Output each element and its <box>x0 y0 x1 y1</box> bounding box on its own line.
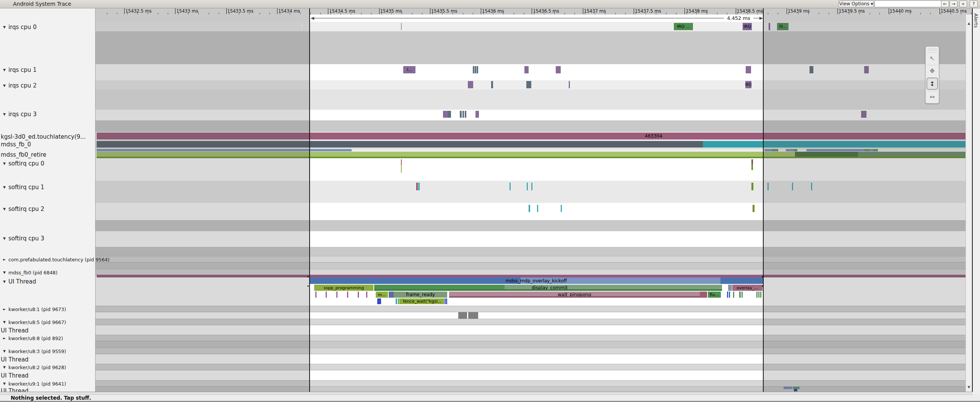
trace-event[interactable] <box>366 292 367 298</box>
trace-event[interactable] <box>509 183 511 190</box>
trace-event[interactable] <box>398 298 399 304</box>
trace-event[interactable] <box>396 298 397 304</box>
trace-event[interactable] <box>529 205 530 212</box>
trace-event[interactable] <box>753 205 754 212</box>
sidebar-item-com-prefabulated-touchlatency-pid-9564-[interactable]: ►com.prefabulated.touchlatency (pid 9564… <box>3 257 110 263</box>
trace-event[interactable] <box>401 23 402 30</box>
trace-event[interactable] <box>377 298 381 304</box>
trace-event[interactable] <box>468 81 473 88</box>
trace-event[interactable] <box>446 298 447 304</box>
sidebar-item-kworker-u8-8-pid-892-[interactable]: ►kworker/u8:8 (pid 892) <box>3 336 63 341</box>
trace-event[interactable] <box>462 111 464 118</box>
expanded-arrow-icon[interactable]: ▼ <box>3 320 6 324</box>
sidebar-item-kworker-u8-1-pid-9673-[interactable]: ►kworker/u8:1 (pid 9673) <box>3 306 66 312</box>
trace-event[interactable] <box>458 312 467 319</box>
trace-event[interactable] <box>751 164 753 170</box>
selection-start-line[interactable] <box>309 8 310 393</box>
trace-slice-overlay-[interactable]: overlay_... <box>732 285 763 291</box>
trace-slice-mdss-mdp-overlay-kickoff[interactable]: mdss_mdp_overlay_kickoff <box>310 277 763 284</box>
trace-slice-m-[interactable]: m... <box>376 292 388 298</box>
trace-event[interactable] <box>475 111 479 118</box>
trace-event[interactable] <box>760 292 761 298</box>
expanded-arrow-icon[interactable]: ▼ <box>3 237 6 240</box>
trace-event[interactable] <box>401 159 402 165</box>
sidebar-item-irqs-cpu-0[interactable]: ▼irqs cpu 0 <box>3 24 37 31</box>
collapsed-arrow-icon[interactable]: ► <box>3 307 6 311</box>
trace-event[interactable] <box>527 183 528 190</box>
trace-event[interactable] <box>569 81 570 88</box>
trace-event[interactable] <box>416 183 418 190</box>
expanded-arrow-icon[interactable]: ▼ <box>3 68 6 72</box>
trace-event[interactable] <box>491 81 493 88</box>
sidebar-item-irqs-cpu-3[interactable]: ▼irqs cpu 3 <box>3 111 37 118</box>
expanded-arrow-icon[interactable]: ▼ <box>3 162 6 165</box>
trace-event[interactable] <box>358 292 359 298</box>
expanded-arrow-icon[interactable]: ▼ <box>3 207 6 211</box>
trace-event[interactable] <box>729 292 730 298</box>
sidebar-item-softirq-cpu-2[interactable]: ▼softirq cpu 2 <box>3 206 44 212</box>
trace-slice-frame-ready[interactable]: frame_ready <box>394 292 447 298</box>
sidebar-item-mdss-fb-0[interactable]: mdss_fb_0 <box>1 141 31 148</box>
trace-event[interactable] <box>445 298 446 304</box>
vertical-scrollbar[interactable]: ▲ ▼ <box>965 15 972 392</box>
view-options-button[interactable]: View Options ▾ <box>839 0 874 7</box>
nav-forward-button[interactable]: → <box>949 0 957 7</box>
trace-event[interactable] <box>728 285 732 291</box>
trace-slice-irq-[interactable]: IRQ ... <box>674 23 693 30</box>
expanded-arrow-icon[interactable]: ▼ <box>3 365 6 369</box>
trace-event[interactable] <box>448 111 451 118</box>
trace-slice-i-[interactable]: I... <box>403 66 415 73</box>
sidebar-item-ui-thread[interactable]: ▼UI Thread <box>3 278 36 285</box>
trace-event[interactable] <box>727 292 728 298</box>
trace-event[interactable] <box>418 183 420 190</box>
expanded-arrow-icon[interactable]: ▼ <box>3 84 6 88</box>
trace-event[interactable] <box>758 292 759 298</box>
sidebar-item-kworker-u9-1-pid-9641-[interactable]: ▼kworker/u9:1 (pid 9641) <box>3 381 66 387</box>
sidebar-item-irqs-cpu-1[interactable]: ▼irqs cpu 1 <box>3 66 37 73</box>
trace-event[interactable] <box>475 66 476 73</box>
trace-event[interactable] <box>733 292 734 298</box>
trace-event[interactable] <box>315 292 316 298</box>
scroll-down-icon[interactable]: ▼ <box>967 385 971 389</box>
trace-slice-irq[interactable]: IRQ <box>745 81 751 88</box>
trace-slice-fence-wait-kgsl-[interactable]: fence_wait("kgsl... <box>400 298 444 304</box>
trace-event[interactable] <box>389 292 394 298</box>
trace-event[interactable] <box>374 289 722 291</box>
pointer-tool-button[interactable]: ↖ <box>927 52 938 64</box>
trace-event[interactable] <box>751 159 753 164</box>
trace-event[interactable] <box>700 292 707 298</box>
palette-grip-icon[interactable] <box>928 48 937 51</box>
expanded-arrow-icon[interactable]: ▼ <box>3 185 6 189</box>
sidebar-item-kworker-u8-5-pid-9667-[interactable]: ▼kworker/u8:5 (pid 9667) <box>3 319 66 325</box>
trace-event[interactable] <box>347 292 348 298</box>
expanded-arrow-icon[interactable]: ▼ <box>3 112 6 116</box>
trace-event[interactable] <box>449 296 700 298</box>
trace-event[interactable] <box>468 312 478 319</box>
zoom-vertical-tool-button[interactable]: ↕ <box>926 78 938 90</box>
selection-end-line[interactable] <box>763 8 764 393</box>
sidebar-item-mdss-fb0-pid-6848-[interactable]: ▼mdss_fb0 (pid 6848) <box>3 270 57 276</box>
search-input[interactable] <box>875 0 943 7</box>
trace-event[interactable] <box>526 81 531 88</box>
sidebar-item-irqs-cpu-2[interactable]: ▼irqs cpu 2 <box>3 82 37 89</box>
sidebar-item-softirq-cpu-1[interactable]: ▼softirq cpu 1 <box>3 184 44 191</box>
trace-event[interactable] <box>751 183 753 190</box>
trace-event[interactable] <box>326 292 327 298</box>
expanded-arrow-icon[interactable]: ▼ <box>3 280 6 284</box>
trace-event[interactable] <box>465 111 466 118</box>
sidebar-item-kworker-u8-2-pid-9628-[interactable]: ▼kworker/u8:2 (pid 9628) <box>3 365 66 370</box>
timing-measure-tool-button[interactable]: ↔ <box>927 91 938 102</box>
expanded-arrow-icon[interactable]: ▼ <box>3 271 6 274</box>
trace-event[interactable] <box>537 205 538 212</box>
trace-event[interactable] <box>561 205 562 212</box>
trace-event[interactable] <box>756 292 758 298</box>
trace-event[interactable] <box>473 66 474 73</box>
alerts-tab[interactable]: Alerts <box>973 8 980 402</box>
collapsed-arrow-icon[interactable]: ► <box>3 336 6 340</box>
trace-event[interactable] <box>477 66 478 73</box>
trace-slice-flu-[interactable]: flu... <box>708 292 721 298</box>
trace-slice-irq[interactable]: IRQ <box>743 23 752 30</box>
expanded-arrow-icon[interactable]: ▼ <box>3 349 6 353</box>
trace-event[interactable] <box>531 183 532 190</box>
trace-event[interactable] <box>460 111 462 118</box>
